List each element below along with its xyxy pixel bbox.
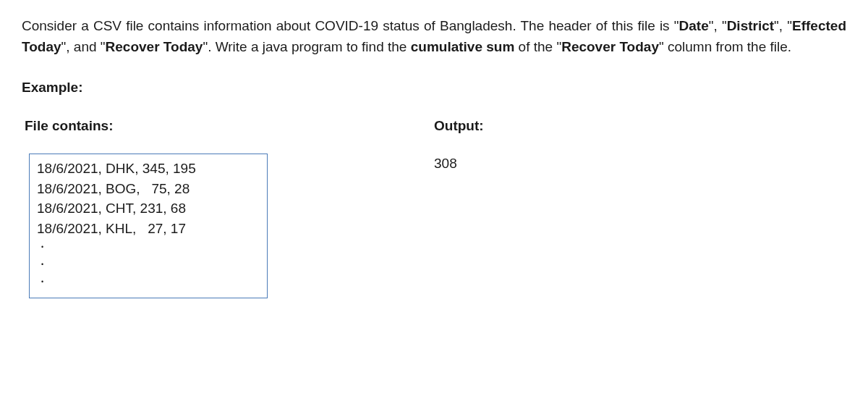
file-row-2: 18/6/2021, BOG, 75, 28 xyxy=(37,179,260,199)
intro-text-7: " column from the file. xyxy=(659,39,791,54)
example-columns: File contains: 18/6/2021, DHK, 345, 195 … xyxy=(22,116,846,299)
intro-text-4: ", and " xyxy=(61,39,106,54)
intro-bold-cumsum: cumulative sum xyxy=(411,39,515,54)
intro-text-6: of the " xyxy=(514,39,561,54)
ellipsis-row-2: • xyxy=(37,256,260,273)
intro-bold-district: District xyxy=(727,18,774,33)
intro-text-1: Consider a CSV file contains information… xyxy=(22,18,679,33)
dot-icon: • xyxy=(37,243,43,252)
dot-icon: • xyxy=(37,277,43,287)
file-contains-heading: File contains: xyxy=(22,116,434,137)
output-value: 308 xyxy=(434,154,846,175)
file-contains-section: File contains: 18/6/2021, DHK, 345, 195 … xyxy=(22,116,434,299)
file-row-1: 18/6/2021, DHK, 345, 195 xyxy=(37,159,260,179)
dot-icon: • xyxy=(37,260,43,269)
problem-statement: Consider a CSV file contains information… xyxy=(22,16,846,57)
intro-text-5: ". Write a java program to find the xyxy=(203,39,410,54)
intro-bold-recover: Recover Today xyxy=(106,39,203,54)
ellipsis-row-3: • xyxy=(37,273,260,290)
intro-text-3: ", " xyxy=(774,18,792,33)
output-heading: Output: xyxy=(434,116,846,137)
intro-bold-date: Date xyxy=(679,18,709,33)
file-row-3: 18/6/2021, CHT, 231, 68 xyxy=(37,198,260,219)
intro-bold-recover2: Recover Today xyxy=(561,39,659,54)
file-row-4: 18/6/2021, KHL, 27, 17 xyxy=(37,219,260,239)
output-section: Output: 308 xyxy=(434,116,846,175)
example-heading: Example: xyxy=(22,77,846,98)
file-content-box: 18/6/2021, DHK, 345, 195 18/6/2021, BOG,… xyxy=(29,154,268,298)
ellipsis-row-1: • xyxy=(37,238,260,256)
intro-text-2: ", " xyxy=(709,18,727,33)
